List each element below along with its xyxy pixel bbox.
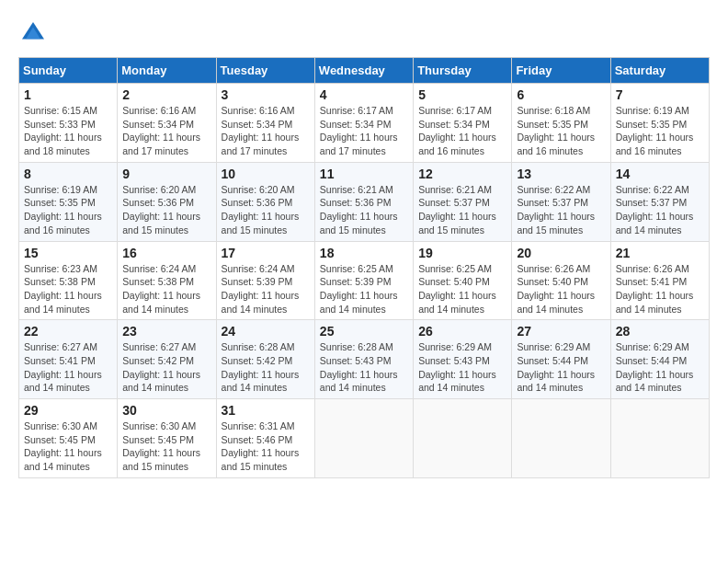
calendar-day-cell: 17 Sunrise: 6:24 AMSunset: 5:39 PMDaylig… [216, 241, 314, 320]
day-number: 14 [616, 167, 704, 181]
day-detail: Sunrise: 6:21 AMSunset: 5:36 PMDaylight:… [320, 183, 408, 237]
calendar-week-row: 15 Sunrise: 6:23 AMSunset: 5:38 PMDaylig… [19, 241, 710, 320]
logo-icon [18, 18, 48, 48]
day-number: 29 [24, 403, 112, 418]
day-detail: Sunrise: 6:18 AMSunset: 5:35 PMDaylight:… [517, 104, 605, 158]
day-detail: Sunrise: 6:30 AMSunset: 5:45 PMDaylight:… [24, 419, 112, 474]
day-detail: Sunrise: 6:23 AMSunset: 5:38 PMDaylight:… [24, 262, 112, 316]
day-detail: Sunrise: 6:29 AMSunset: 5:44 PMDaylight:… [616, 340, 704, 395]
day-number: 23 [122, 324, 210, 339]
calendar-day-cell: 5 Sunrise: 6:17 AMSunset: 5:34 PMDayligh… [414, 84, 512, 163]
day-number: 25 [320, 324, 408, 339]
day-detail: Sunrise: 6:20 AMSunset: 5:36 PMDaylight:… [122, 183, 210, 237]
day-detail: Sunrise: 6:22 AMSunset: 5:37 PMDaylight:… [616, 183, 704, 237]
day-number: 2 [122, 87, 210, 102]
day-number: 16 [122, 246, 210, 260]
calendar-day-cell: 9 Sunrise: 6:20 AMSunset: 5:36 PMDayligh… [118, 162, 216, 241]
calendar-day-cell: 21 Sunrise: 6:26 AMSunset: 5:41 PMDaylig… [610, 241, 709, 320]
day-number: 3 [222, 87, 310, 102]
calendar-day-cell: 15 Sunrise: 6:23 AMSunset: 5:38 PMDaylig… [19, 241, 118, 320]
day-number: 9 [122, 167, 210, 181]
calendar-day-cell: 25 Sunrise: 6:28 AMSunset: 5:43 PMDaylig… [314, 320, 413, 399]
day-number: 31 [222, 403, 310, 418]
calendar-header-row: SundayMondayTuesdayWednesdayThursdayFrid… [19, 58, 710, 84]
day-number: 11 [320, 167, 408, 181]
calendar-day-cell: 16 Sunrise: 6:24 AMSunset: 5:38 PMDaylig… [118, 241, 216, 320]
day-number: 27 [517, 324, 605, 339]
day-detail: Sunrise: 6:20 AMSunset: 5:36 PMDaylight:… [222, 183, 310, 237]
day-detail: Sunrise: 6:28 AMSunset: 5:42 PMDaylight:… [222, 340, 310, 395]
day-number: 24 [222, 324, 310, 339]
calendar-day-cell: 4 Sunrise: 6:17 AMSunset: 5:34 PMDayligh… [314, 84, 413, 163]
day-detail: Sunrise: 6:31 AMSunset: 5:46 PMDaylight:… [222, 419, 310, 474]
day-detail: Sunrise: 6:26 AMSunset: 5:41 PMDaylight:… [616, 262, 704, 316]
calendar-table: SundayMondayTuesdayWednesdayThursdayFrid… [18, 57, 710, 478]
calendar-day-header: Friday [512, 58, 610, 84]
day-number: 7 [616, 87, 704, 102]
day-number: 15 [24, 246, 112, 260]
calendar-day-cell: 19 Sunrise: 6:25 AMSunset: 5:40 PMDaylig… [414, 241, 512, 320]
calendar-body: 1 Sunrise: 6:15 AMSunset: 5:33 PMDayligh… [19, 84, 710, 478]
calendar-day-header: Sunday [19, 58, 118, 84]
day-detail: Sunrise: 6:29 AMSunset: 5:44 PMDaylight:… [517, 340, 605, 395]
calendar-day-cell: 13 Sunrise: 6:22 AMSunset: 5:37 PMDaylig… [512, 162, 610, 241]
calendar-day-cell: 28 Sunrise: 6:29 AMSunset: 5:44 PMDaylig… [610, 320, 709, 399]
calendar-day-header: Tuesday [216, 58, 314, 84]
day-number: 4 [320, 87, 408, 102]
calendar-day-cell: 10 Sunrise: 6:20 AMSunset: 5:36 PMDaylig… [216, 162, 314, 241]
day-number: 10 [222, 167, 310, 181]
page-header [18, 18, 710, 48]
day-number: 30 [122, 403, 210, 418]
calendar-day-cell: 24 Sunrise: 6:28 AMSunset: 5:42 PMDaylig… [216, 320, 314, 399]
day-detail: Sunrise: 6:24 AMSunset: 5:38 PMDaylight:… [122, 262, 210, 316]
day-number: 22 [24, 324, 112, 339]
day-detail: Sunrise: 6:26 AMSunset: 5:40 PMDaylight:… [517, 262, 605, 316]
day-number: 6 [517, 87, 605, 102]
day-detail: Sunrise: 6:19 AMSunset: 5:35 PMDaylight:… [616, 104, 704, 158]
day-detail: Sunrise: 6:22 AMSunset: 5:37 PMDaylight:… [517, 183, 605, 237]
calendar-day-cell: 26 Sunrise: 6:29 AMSunset: 5:43 PMDaylig… [414, 320, 512, 399]
day-number: 17 [222, 246, 310, 260]
calendar-day-cell: 11 Sunrise: 6:21 AMSunset: 5:36 PMDaylig… [314, 162, 413, 241]
calendar-day-cell [314, 399, 413, 478]
day-detail: Sunrise: 6:25 AMSunset: 5:39 PMDaylight:… [320, 262, 408, 316]
day-detail: Sunrise: 6:16 AMSunset: 5:34 PMDaylight:… [222, 104, 310, 158]
day-detail: Sunrise: 6:17 AMSunset: 5:34 PMDaylight:… [320, 104, 408, 158]
day-detail: Sunrise: 6:25 AMSunset: 5:40 PMDaylight:… [418, 262, 506, 316]
day-number: 13 [517, 167, 605, 181]
calendar-week-row: 22 Sunrise: 6:27 AMSunset: 5:41 PMDaylig… [19, 320, 710, 399]
day-number: 28 [616, 324, 704, 339]
calendar-day-cell: 8 Sunrise: 6:19 AMSunset: 5:35 PMDayligh… [19, 162, 118, 241]
calendar-day-cell: 2 Sunrise: 6:16 AMSunset: 5:34 PMDayligh… [118, 84, 216, 163]
calendar-day-header: Thursday [414, 58, 512, 84]
calendar-week-row: 8 Sunrise: 6:19 AMSunset: 5:35 PMDayligh… [19, 162, 710, 241]
calendar-day-cell: 20 Sunrise: 6:26 AMSunset: 5:40 PMDaylig… [512, 241, 610, 320]
day-detail: Sunrise: 6:29 AMSunset: 5:43 PMDaylight:… [418, 340, 506, 395]
day-number: 20 [517, 246, 605, 260]
day-detail: Sunrise: 6:16 AMSunset: 5:34 PMDaylight:… [122, 104, 210, 158]
day-number: 26 [418, 324, 506, 339]
day-number: 5 [418, 87, 506, 102]
day-number: 19 [418, 246, 506, 260]
calendar-day-cell: 22 Sunrise: 6:27 AMSunset: 5:41 PMDaylig… [19, 320, 118, 399]
day-detail: Sunrise: 6:27 AMSunset: 5:41 PMDaylight:… [24, 340, 112, 395]
day-detail: Sunrise: 6:19 AMSunset: 5:35 PMDaylight:… [24, 183, 112, 237]
day-detail: Sunrise: 6:27 AMSunset: 5:42 PMDaylight:… [122, 340, 210, 395]
day-number: 12 [418, 167, 506, 181]
calendar-day-cell: 7 Sunrise: 6:19 AMSunset: 5:35 PMDayligh… [610, 84, 709, 163]
day-detail: Sunrise: 6:28 AMSunset: 5:43 PMDaylight:… [320, 340, 408, 395]
logo [18, 18, 51, 48]
calendar-day-cell [414, 399, 512, 478]
calendar-day-cell: 12 Sunrise: 6:21 AMSunset: 5:37 PMDaylig… [414, 162, 512, 241]
day-detail: Sunrise: 6:24 AMSunset: 5:39 PMDaylight:… [222, 262, 310, 316]
calendar-day-cell: 27 Sunrise: 6:29 AMSunset: 5:44 PMDaylig… [512, 320, 610, 399]
calendar-day-cell [512, 399, 610, 478]
calendar-day-cell: 18 Sunrise: 6:25 AMSunset: 5:39 PMDaylig… [314, 241, 413, 320]
calendar-day-cell: 14 Sunrise: 6:22 AMSunset: 5:37 PMDaylig… [610, 162, 709, 241]
day-detail: Sunrise: 6:30 AMSunset: 5:45 PMDaylight:… [122, 419, 210, 474]
calendar-day-cell [610, 399, 709, 478]
day-detail: Sunrise: 6:17 AMSunset: 5:34 PMDaylight:… [418, 104, 506, 158]
calendar-day-cell: 23 Sunrise: 6:27 AMSunset: 5:42 PMDaylig… [118, 320, 216, 399]
calendar-day-cell: 6 Sunrise: 6:18 AMSunset: 5:35 PMDayligh… [512, 84, 610, 163]
calendar-week-row: 1 Sunrise: 6:15 AMSunset: 5:33 PMDayligh… [19, 84, 710, 163]
